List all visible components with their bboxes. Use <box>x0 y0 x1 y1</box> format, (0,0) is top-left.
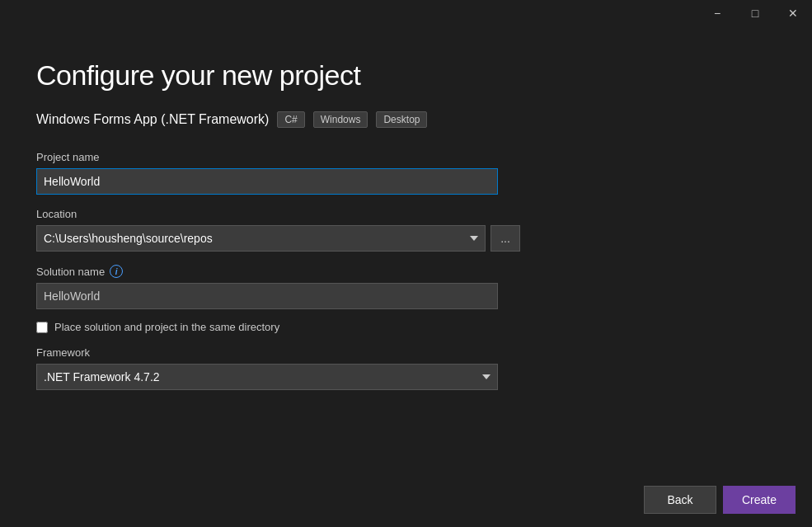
framework-select[interactable]: .NET Framework 4.7.2 .NET Framework 4.8 … <box>36 364 498 390</box>
page-title: Configure your new project <box>36 59 776 92</box>
same-directory-label[interactable]: Place solution and project in the same d… <box>54 321 279 333</box>
maximize-button[interactable]: □ <box>736 0 774 26</box>
project-name-label: Project name <box>36 151 776 163</box>
close-button[interactable]: ✕ <box>774 0 812 26</box>
project-type-label: Windows Forms App (.NET Framework) <box>36 112 269 127</box>
badge-windows: Windows <box>313 111 368 128</box>
badge-desktop: Desktop <box>376 111 427 128</box>
bottom-bar: Back Create <box>627 473 812 527</box>
solution-name-label-row: Solution name i <box>36 265 776 278</box>
project-type-row: Windows Forms App (.NET Framework) C# Wi… <box>36 111 776 128</box>
same-directory-checkbox[interactable] <box>36 322 48 333</box>
solution-name-info-icon: i <box>110 265 123 278</box>
back-button[interactable]: Back <box>644 486 716 514</box>
checkbox-row: Place solution and project in the same d… <box>36 321 776 333</box>
project-name-input[interactable] <box>36 168 498 195</box>
badge-csharp: C# <box>277 111 304 128</box>
solution-name-input[interactable] <box>36 283 498 309</box>
minimize-button[interactable]: − <box>698 0 736 26</box>
form-section: Project name Location C:\Users\housheng\… <box>36 151 776 502</box>
browse-button[interactable]: ... <box>490 225 520 252</box>
framework-label: Framework <box>36 346 776 359</box>
create-button[interactable]: Create <box>723 486 796 514</box>
main-content: Configure your new project Windows Forms… <box>0 26 812 527</box>
title-bar: − □ ✕ <box>698 0 812 26</box>
location-row: C:\Users\housheng\source\repos ... <box>36 225 776 252</box>
location-label: Location <box>36 208 776 220</box>
solution-name-label: Solution name <box>36 266 105 278</box>
location-select[interactable]: C:\Users\housheng\source\repos <box>36 225 486 252</box>
